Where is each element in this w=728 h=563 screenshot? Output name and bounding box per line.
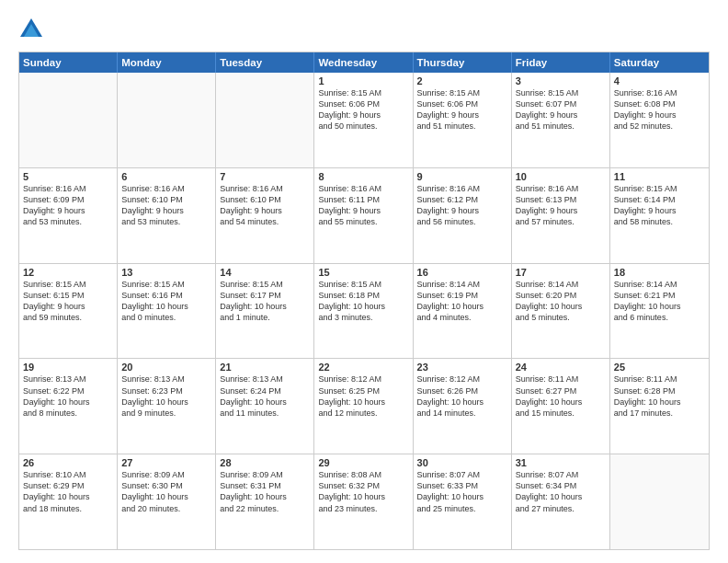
day-cell: 30Sunrise: 8:07 AM Sunset: 6:33 PM Dayli… bbox=[414, 454, 512, 549]
day-cell: 1Sunrise: 8:15 AM Sunset: 6:06 PM Daylig… bbox=[314, 73, 413, 167]
cell-text: Sunrise: 8:14 AM Sunset: 6:21 PM Dayligh… bbox=[614, 279, 705, 324]
day-number: 4 bbox=[614, 75, 705, 86]
cell-text: Sunrise: 8:15 AM Sunset: 6:18 PM Dayligh… bbox=[318, 279, 408, 324]
week-row: 5Sunrise: 8:16 AM Sunset: 6:09 PM Daylig… bbox=[19, 168, 709, 264]
day-number: 18 bbox=[614, 267, 705, 278]
day-cell: 29Sunrise: 8:08 AM Sunset: 6:32 PM Dayli… bbox=[314, 454, 413, 549]
day-cell: 26Sunrise: 8:10 AM Sunset: 6:29 PM Dayli… bbox=[19, 454, 118, 549]
cell-text: Sunrise: 8:13 AM Sunset: 6:22 PM Dayligh… bbox=[23, 373, 113, 419]
cell-text: Sunrise: 8:16 AM Sunset: 6:11 PM Dayligh… bbox=[318, 183, 408, 228]
cell-text: Sunrise: 8:16 AM Sunset: 6:13 PM Dayligh… bbox=[516, 183, 606, 228]
day-header: Thursday bbox=[414, 52, 512, 73]
cell-text: Sunrise: 8:16 AM Sunset: 6:09 PM Dayligh… bbox=[23, 183, 113, 228]
cell-text: Sunrise: 8:12 AM Sunset: 6:25 PM Dayligh… bbox=[318, 373, 408, 419]
week-row: 26Sunrise: 8:10 AM Sunset: 6:29 PM Dayli… bbox=[19, 454, 709, 549]
cell-text: Sunrise: 8:11 AM Sunset: 6:27 PM Dayligh… bbox=[516, 373, 606, 419]
day-header: Wednesday bbox=[314, 52, 413, 73]
day-number: 1 bbox=[318, 75, 408, 86]
day-cell bbox=[19, 73, 118, 167]
day-cell: 16Sunrise: 8:14 AM Sunset: 6:19 PM Dayli… bbox=[414, 264, 512, 359]
cell-text: Sunrise: 8:15 AM Sunset: 6:14 PM Dayligh… bbox=[614, 183, 705, 228]
day-number: 6 bbox=[121, 171, 211, 182]
day-cell: 21Sunrise: 8:13 AM Sunset: 6:24 PM Dayli… bbox=[216, 359, 314, 454]
day-cell bbox=[216, 73, 314, 167]
day-cell: 24Sunrise: 8:11 AM Sunset: 6:27 PM Dayli… bbox=[512, 359, 610, 454]
day-cell: 25Sunrise: 8:11 AM Sunset: 6:28 PM Dayli… bbox=[610, 359, 709, 454]
day-cell: 14Sunrise: 8:15 AM Sunset: 6:17 PM Dayli… bbox=[216, 264, 314, 359]
calendar: SundayMondayTuesdayWednesdayThursdayFrid… bbox=[18, 52, 710, 550]
day-number: 7 bbox=[220, 171, 310, 182]
day-number: 30 bbox=[417, 457, 507, 468]
day-cell: 22Sunrise: 8:12 AM Sunset: 6:25 PM Dayli… bbox=[314, 359, 413, 454]
page: SundayMondayTuesdayWednesdayThursdayFrid… bbox=[0, 0, 728, 563]
day-number: 31 bbox=[516, 457, 606, 468]
day-cell: 10Sunrise: 8:16 AM Sunset: 6:13 PM Dayli… bbox=[512, 168, 610, 263]
day-number: 9 bbox=[417, 171, 507, 182]
day-cell bbox=[118, 73, 216, 167]
week-row: 1Sunrise: 8:15 AM Sunset: 6:06 PM Daylig… bbox=[19, 73, 709, 168]
cell-text: Sunrise: 8:16 AM Sunset: 6:10 PM Dayligh… bbox=[121, 183, 211, 228]
day-number: 19 bbox=[23, 362, 113, 373]
logo-icon bbox=[18, 17, 44, 42]
day-cell: 28Sunrise: 8:09 AM Sunset: 6:31 PM Dayli… bbox=[216, 454, 314, 549]
cell-text: Sunrise: 8:14 AM Sunset: 6:20 PM Dayligh… bbox=[516, 279, 606, 324]
logo bbox=[18, 17, 48, 42]
header bbox=[18, 17, 710, 42]
cell-text: Sunrise: 8:09 AM Sunset: 6:30 PM Dayligh… bbox=[121, 469, 211, 514]
day-cell bbox=[610, 454, 709, 549]
day-number: 29 bbox=[318, 457, 408, 468]
day-cell: 23Sunrise: 8:12 AM Sunset: 6:26 PM Dayli… bbox=[414, 359, 512, 454]
cell-text: Sunrise: 8:07 AM Sunset: 6:34 PM Dayligh… bbox=[516, 469, 606, 514]
cell-text: Sunrise: 8:10 AM Sunset: 6:29 PM Dayligh… bbox=[23, 469, 113, 514]
day-cell: 13Sunrise: 8:15 AM Sunset: 6:16 PM Dayli… bbox=[118, 264, 216, 359]
cell-text: Sunrise: 8:13 AM Sunset: 6:24 PM Dayligh… bbox=[220, 373, 310, 419]
day-cell: 20Sunrise: 8:13 AM Sunset: 6:23 PM Dayli… bbox=[118, 359, 216, 454]
day-number: 8 bbox=[318, 171, 408, 182]
day-number: 15 bbox=[318, 267, 408, 278]
day-number: 27 bbox=[121, 457, 211, 468]
day-number: 11 bbox=[614, 171, 705, 182]
day-number: 2 bbox=[417, 75, 507, 86]
day-number: 5 bbox=[23, 171, 113, 182]
day-cell: 18Sunrise: 8:14 AM Sunset: 6:21 PM Dayli… bbox=[610, 264, 709, 359]
day-headers: SundayMondayTuesdayWednesdayThursdayFrid… bbox=[19, 52, 709, 73]
week-row: 12Sunrise: 8:15 AM Sunset: 6:15 PM Dayli… bbox=[19, 264, 709, 360]
day-header: Saturday bbox=[610, 52, 709, 73]
day-cell: 5Sunrise: 8:16 AM Sunset: 6:09 PM Daylig… bbox=[19, 168, 118, 263]
cell-text: Sunrise: 8:15 AM Sunset: 6:06 PM Dayligh… bbox=[417, 87, 507, 132]
cell-text: Sunrise: 8:16 AM Sunset: 6:10 PM Dayligh… bbox=[220, 183, 310, 228]
cell-text: Sunrise: 8:08 AM Sunset: 6:32 PM Dayligh… bbox=[318, 469, 408, 514]
day-number: 28 bbox=[220, 457, 310, 468]
day-cell: 9Sunrise: 8:16 AM Sunset: 6:12 PM Daylig… bbox=[414, 168, 512, 263]
day-number: 10 bbox=[516, 171, 606, 182]
day-number: 13 bbox=[121, 267, 211, 278]
cell-text: Sunrise: 8:07 AM Sunset: 6:33 PM Dayligh… bbox=[417, 469, 507, 514]
cell-text: Sunrise: 8:15 AM Sunset: 6:17 PM Dayligh… bbox=[220, 279, 310, 324]
cell-text: Sunrise: 8:16 AM Sunset: 6:12 PM Dayligh… bbox=[417, 183, 507, 228]
day-cell: 11Sunrise: 8:15 AM Sunset: 6:14 PM Dayli… bbox=[610, 168, 709, 263]
day-cell: 12Sunrise: 8:15 AM Sunset: 6:15 PM Dayli… bbox=[19, 264, 118, 359]
day-number: 23 bbox=[417, 362, 507, 373]
cell-text: Sunrise: 8:14 AM Sunset: 6:19 PM Dayligh… bbox=[417, 279, 507, 324]
cell-text: Sunrise: 8:12 AM Sunset: 6:26 PM Dayligh… bbox=[417, 373, 507, 419]
day-number: 12 bbox=[23, 267, 113, 278]
day-cell: 15Sunrise: 8:15 AM Sunset: 6:18 PM Dayli… bbox=[314, 264, 413, 359]
day-cell: 8Sunrise: 8:16 AM Sunset: 6:11 PM Daylig… bbox=[314, 168, 413, 263]
cell-text: Sunrise: 8:11 AM Sunset: 6:28 PM Dayligh… bbox=[614, 373, 705, 419]
cell-text: Sunrise: 8:16 AM Sunset: 6:08 PM Dayligh… bbox=[614, 87, 705, 132]
day-number: 14 bbox=[220, 267, 310, 278]
day-cell: 3Sunrise: 8:15 AM Sunset: 6:07 PM Daylig… bbox=[512, 73, 610, 167]
weeks: 1Sunrise: 8:15 AM Sunset: 6:06 PM Daylig… bbox=[19, 73, 709, 549]
day-header: Sunday bbox=[19, 52, 118, 73]
day-number: 25 bbox=[614, 362, 705, 373]
day-number: 3 bbox=[516, 75, 606, 86]
cell-text: Sunrise: 8:09 AM Sunset: 6:31 PM Dayligh… bbox=[220, 469, 310, 514]
day-cell: 4Sunrise: 8:16 AM Sunset: 6:08 PM Daylig… bbox=[610, 73, 709, 167]
day-cell: 2Sunrise: 8:15 AM Sunset: 6:06 PM Daylig… bbox=[414, 73, 512, 167]
day-number: 17 bbox=[516, 267, 606, 278]
day-number: 21 bbox=[220, 362, 310, 373]
cell-text: Sunrise: 8:15 AM Sunset: 6:15 PM Dayligh… bbox=[23, 279, 113, 324]
cell-text: Sunrise: 8:15 AM Sunset: 6:16 PM Dayligh… bbox=[121, 279, 211, 324]
day-cell: 27Sunrise: 8:09 AM Sunset: 6:30 PM Dayli… bbox=[118, 454, 216, 549]
cell-text: Sunrise: 8:15 AM Sunset: 6:07 PM Dayligh… bbox=[516, 87, 606, 132]
